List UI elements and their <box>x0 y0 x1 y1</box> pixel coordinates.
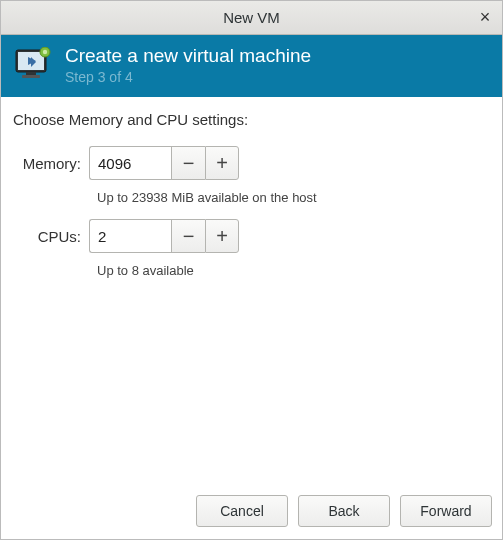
memory-spinner: − + <box>89 146 239 180</box>
cpus-spinner: − + <box>89 219 239 253</box>
dialog-buttons: Cancel Back Forward <box>1 487 502 539</box>
close-icon[interactable]: × <box>476 9 494 27</box>
banner-text: Create a new virtual machine Step 3 of 4 <box>65 45 311 85</box>
memory-row: Memory: − + <box>13 146 490 180</box>
back-button[interactable]: Back <box>298 495 390 527</box>
cpus-input[interactable] <box>89 219 171 253</box>
forward-button[interactable]: Forward <box>400 495 492 527</box>
cpus-hint: Up to 8 available <box>97 263 490 278</box>
cpus-row: CPUs: − + <box>13 219 490 253</box>
svg-rect-5 <box>22 75 40 78</box>
cancel-button[interactable]: Cancel <box>196 495 288 527</box>
minus-icon: − <box>183 152 195 175</box>
banner-step: Step 3 of 4 <box>65 69 311 85</box>
vm-monitor-icon <box>15 47 53 84</box>
memory-hint: Up to 23938 MiB available on the host <box>97 190 490 205</box>
memory-decrement-button[interactable]: − <box>171 146 205 180</box>
memory-input[interactable] <box>89 146 171 180</box>
window-title: New VM <box>1 9 502 26</box>
cpus-increment-button[interactable]: + <box>205 219 239 253</box>
plus-icon: + <box>216 152 228 175</box>
minus-icon: − <box>183 225 195 248</box>
memory-increment-button[interactable]: + <box>205 146 239 180</box>
section-heading: Choose Memory and CPU settings: <box>13 111 490 128</box>
svg-rect-4 <box>26 72 36 75</box>
memory-label: Memory: <box>13 155 89 172</box>
content-area: Choose Memory and CPU settings: Memory: … <box>1 97 502 487</box>
banner-heading: Create a new virtual machine <box>65 45 311 67</box>
titlebar: New VM × <box>1 1 502 35</box>
banner: Create a new virtual machine Step 3 of 4 <box>1 35 502 97</box>
cpus-label: CPUs: <box>13 228 89 245</box>
cpus-decrement-button[interactable]: − <box>171 219 205 253</box>
svg-point-7 <box>43 50 47 54</box>
dialog-window: New VM × Create a new virtual machine St… <box>0 0 503 540</box>
plus-icon: + <box>216 225 228 248</box>
